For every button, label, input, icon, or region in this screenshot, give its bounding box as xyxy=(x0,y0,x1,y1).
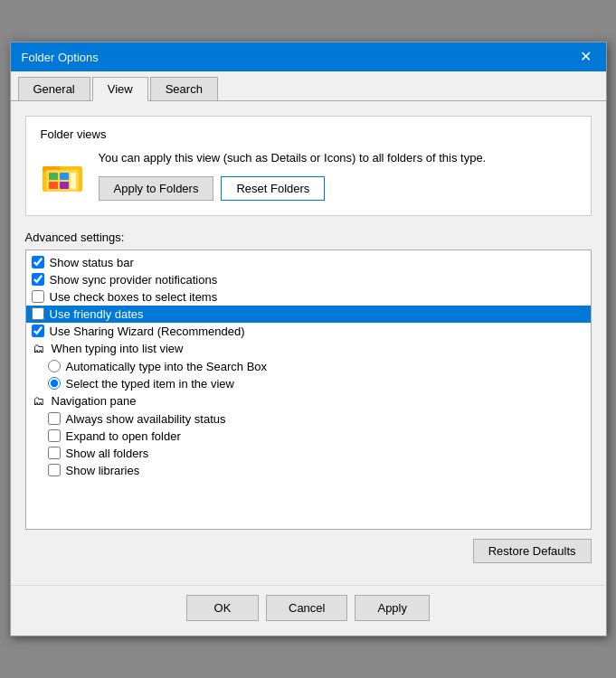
tabs-container: General View Search xyxy=(11,71,606,101)
setting-show-all-folders[interactable]: Show all folders xyxy=(26,445,591,462)
folder-views-description: You can apply this view (such as Details… xyxy=(99,150,487,166)
folder-options-dialog: Folder Options ✕ General View Search Fol… xyxy=(10,42,607,636)
svg-rect-6 xyxy=(60,182,69,189)
restore-defaults-button[interactable]: Restore Defaults xyxy=(473,539,592,563)
checkbox-show-libraries[interactable] xyxy=(48,464,61,476)
label-auto-type-search: Automatically type into the Search Box xyxy=(66,360,268,373)
folder-icon xyxy=(41,154,84,197)
label-show-sync: Show sync provider notifications xyxy=(50,273,218,287)
radio-auto-type-search[interactable] xyxy=(48,360,61,372)
main-content: Folder views xyxy=(11,101,606,584)
svg-rect-5 xyxy=(49,182,58,189)
label-expand-to-open-folder: Expand to open folder xyxy=(66,429,181,443)
setting-auto-type-search[interactable]: Automatically type into the Search Box xyxy=(26,358,591,375)
setting-when-typing-category: 🗂 When typing into list view xyxy=(26,340,591,358)
folder-views-inner: You can apply this view (such as Details… xyxy=(41,150,576,200)
restore-defaults-row: Restore Defaults xyxy=(25,539,592,563)
tab-general[interactable]: General xyxy=(18,77,90,100)
setting-select-typed-item[interactable]: Select the typed item in the view xyxy=(26,375,591,392)
apply-button[interactable]: Apply xyxy=(355,595,430,621)
svg-rect-4 xyxy=(60,173,69,180)
checkbox-use-friendly-dates[interactable] xyxy=(32,307,44,320)
setting-navigation-pane-category: 🗂 Navigation pane xyxy=(26,392,591,410)
checkbox-use-sharing-wizard[interactable] xyxy=(32,325,44,337)
label-select-typed-item: Select the typed item in the view xyxy=(66,377,234,391)
svg-rect-7 xyxy=(71,173,76,189)
radio-select-typed-item[interactable] xyxy=(48,377,61,390)
label-show-all-folders: Show all folders xyxy=(66,447,149,460)
apply-to-folders-button[interactable]: Apply to Folders xyxy=(99,176,214,201)
checkbox-show-sync[interactable] xyxy=(32,273,44,286)
checkbox-expand-to-open-folder[interactable] xyxy=(48,429,61,442)
advanced-settings-label: Advanced settings: xyxy=(25,231,592,244)
setting-always-show-availability[interactable]: Always show availability status xyxy=(26,410,591,428)
label-when-typing: When typing into list view xyxy=(52,342,184,355)
setting-expand-to-open-folder[interactable]: Expand to open folder xyxy=(26,428,591,445)
label-show-status-bar: Show status bar xyxy=(50,256,134,269)
title-bar: Folder Options ✕ xyxy=(11,42,606,71)
checkbox-show-status-bar[interactable] xyxy=(32,256,44,268)
dialog-footer: OK Cancel Apply xyxy=(11,585,606,636)
folder-small-icon: 🗂 xyxy=(32,342,46,356)
svg-rect-3 xyxy=(49,173,58,180)
setting-show-sync[interactable]: Show sync provider notifications xyxy=(26,271,591,288)
ok-button[interactable]: OK xyxy=(186,595,259,621)
dialog-title: Folder Options xyxy=(22,51,99,64)
label-navigation-pane: Navigation pane xyxy=(52,394,137,408)
label-show-libraries: Show libraries xyxy=(66,464,140,477)
label-always-show-availability: Always show availability status xyxy=(66,412,226,426)
tab-search[interactable]: Search xyxy=(150,77,218,100)
settings-list[interactable]: Show status bar Show sync provider notif… xyxy=(26,250,591,529)
cancel-button[interactable]: Cancel xyxy=(266,595,347,621)
close-button[interactable]: ✕ xyxy=(576,50,595,64)
setting-use-checkboxes[interactable]: Use check boxes to select items xyxy=(26,288,591,306)
setting-use-friendly-dates[interactable]: Use friendly dates xyxy=(26,306,591,323)
checkbox-show-all-folders[interactable] xyxy=(48,447,61,459)
setting-show-libraries[interactable]: Show libraries xyxy=(26,462,591,479)
settings-box: Show status bar Show sync provider notif… xyxy=(25,250,592,530)
reset-folders-button[interactable]: Reset Folders xyxy=(221,176,325,201)
setting-show-status-bar[interactable]: Show status bar xyxy=(26,254,591,271)
folder-views-title: Folder views xyxy=(41,127,576,141)
folder-views-buttons: Apply to Folders Reset Folders xyxy=(99,176,487,201)
label-use-sharing-wizard: Use Sharing Wizard (Recommended) xyxy=(50,325,245,338)
checkbox-use-checkboxes[interactable] xyxy=(32,290,44,303)
nav-pane-folder-icon: 🗂 xyxy=(32,394,46,409)
label-use-friendly-dates: Use friendly dates xyxy=(50,307,144,321)
tab-view[interactable]: View xyxy=(92,77,148,101)
folder-views-section: Folder views xyxy=(25,116,592,215)
folder-views-desc-area: You can apply this view (such as Details… xyxy=(99,150,487,200)
label-use-checkboxes: Use check boxes to select items xyxy=(50,290,218,304)
setting-use-sharing-wizard[interactable]: Use Sharing Wizard (Recommended) xyxy=(26,323,591,340)
checkbox-always-show-availability[interactable] xyxy=(48,412,61,425)
